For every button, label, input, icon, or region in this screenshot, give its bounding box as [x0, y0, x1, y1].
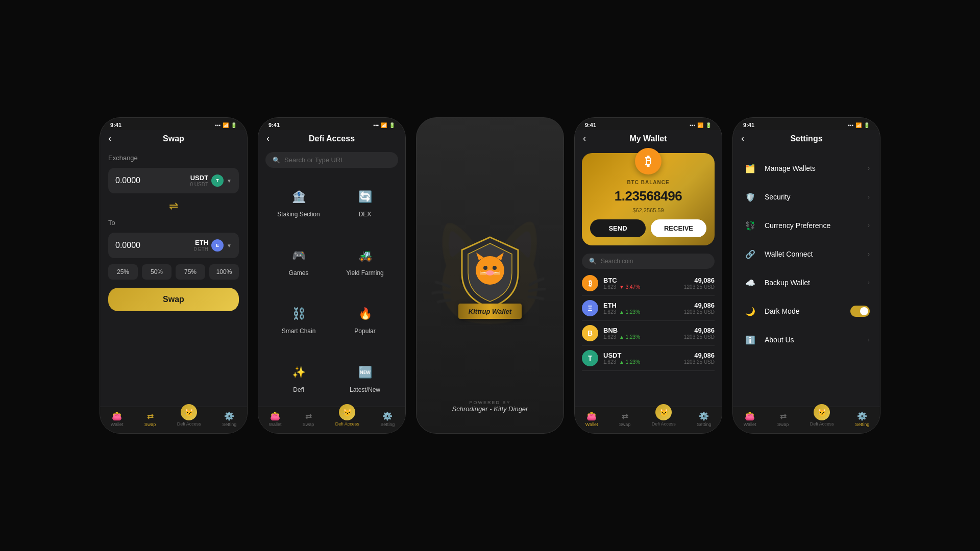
nav-center-defi[interactable]: 🐱 Defi Access	[335, 412, 359, 427]
about-us-label: About Us	[765, 336, 861, 344]
nav-swap-swap[interactable]: ⇄ Swap	[144, 411, 156, 427]
nav-setting-label-settings: Setting	[855, 422, 869, 427]
eth-token-icon: E	[211, 239, 224, 252]
dark-mode-toggle[interactable]	[850, 306, 870, 317]
settings-list: 🗂️ Manage Wallets › 🛡️ Security › 💱 Curr…	[733, 149, 880, 407]
defi-item-staking[interactable]: 🏦 Staking Section	[265, 173, 332, 232]
status-time-settings: 9:41	[743, 122, 754, 128]
nav-wallet-wallet[interactable]: 👛 Wallet	[585, 411, 598, 427]
back-button-wallet[interactable]: ‹	[583, 133, 586, 144]
to-input-box[interactable]: 0.0000 ETH 0 ETH E ▼	[108, 233, 239, 258]
back-button-defi[interactable]: ‹	[266, 133, 270, 144]
nav-wallet-swap[interactable]: 👛 Wallet	[111, 411, 124, 427]
new-label: Latest/New	[350, 386, 380, 393]
nav-setting-settings[interactable]: ⚙️ Setting	[855, 411, 869, 427]
nav-wallet-settings[interactable]: 👛 Wallet	[744, 411, 756, 427]
nav-center-wallet[interactable]: 🐱 Defi Access	[652, 412, 676, 427]
bnb-usd: 1203.25 USD	[684, 334, 715, 340]
pct-50-btn[interactable]: 50%	[142, 264, 172, 280]
wifi-icon-settings: 📶	[855, 122, 862, 128]
nav-setting-swap[interactable]: ⚙️ Setting	[222, 411, 236, 427]
defi-search-bar[interactable]: 🔍 Search or Type URL	[265, 152, 398, 168]
settings-security[interactable]: 🛡️ Security ›	[733, 183, 880, 211]
nav-swap-defi[interactable]: ⇄ Swap	[303, 411, 314, 427]
eth-icon: Ξ	[582, 300, 598, 316]
btc-circle-icon: ₿	[635, 148, 662, 174]
yield-icon: 🚜	[354, 245, 376, 266]
nav-swap-label-settings: Swap	[777, 422, 789, 427]
settings-backup-wallet[interactable]: ☁️ Backup Wallet ›	[733, 268, 880, 297]
signal-icon-wallet: ▪▪▪	[690, 122, 695, 128]
receive-button[interactable]: RECEIVE	[651, 219, 706, 237]
coin-item-eth[interactable]: Ξ ETH 1.623 ▲ 1.23% 49,086 1203.25 USD	[582, 296, 715, 321]
from-token[interactable]: USDT 0 USDT T ▼	[190, 174, 232, 187]
balance-usd: $62,2565.59	[632, 207, 664, 213]
defi-item-smartchain[interactable]: ⛓️ Smart Chain	[265, 290, 332, 348]
center-avatar-swap: 🐱	[181, 404, 197, 420]
search-icon-defi: 🔍	[273, 157, 280, 164]
nav-setting-defi[interactable]: ⚙️ Setting	[380, 411, 395, 427]
nav-wallet-defi[interactable]: 👛 Wallet	[269, 411, 282, 427]
defi-item-dex[interactable]: 🔄 DEX	[332, 173, 398, 232]
settings-about-us[interactable]: ℹ️ About Us ›	[733, 325, 880, 354]
status-icons-settings: ▪▪▪ 📶 🔋	[848, 122, 870, 128]
btc-name: BTC	[603, 277, 679, 284]
to-token[interactable]: ETH 0 ETH E ▼	[194, 239, 232, 252]
settings-wallet-connect[interactable]: 🔗 Wallet Connect ›	[733, 240, 880, 268]
swap-nav-icon: ⇄	[147, 411, 154, 421]
popular-icon: 🔥	[354, 303, 376, 324]
defi-item-yield[interactable]: 🚜 Yield Farming	[332, 232, 398, 290]
coin-item-usdt[interactable]: T USDT 1.623 ▲ 1.23% 49,086 1203.25 USD	[582, 346, 715, 371]
wallet-card: ₿ BTC BALANCE 1.23568496 $62,2565.59 SEN…	[582, 153, 715, 245]
defi-item-new[interactable]: 🆕 Latest/New	[332, 348, 398, 407]
nav-swap-wallet[interactable]: ⇄ Swap	[619, 411, 631, 427]
smartchain-icon: ⛓️	[288, 303, 309, 324]
wallet-nav-icon-defi: 👛	[270, 411, 280, 421]
settings-currency[interactable]: 💱 Currency Preference ›	[733, 211, 880, 240]
settings-manage-wallets[interactable]: 🗂️ Manage Wallets ›	[733, 154, 880, 183]
nav-setting-wallet[interactable]: ⚙️ Setting	[697, 411, 711, 427]
signal-icon-defi: ▪▪▪	[373, 122, 379, 128]
pct-75-btn[interactable]: 75%	[176, 264, 205, 280]
coin-search-bar[interactable]: 🔍 Search coin	[582, 254, 715, 269]
back-button-settings[interactable]: ‹	[741, 133, 744, 144]
bnb-icon: B	[582, 325, 598, 341]
battery-icon: 🔋	[231, 122, 237, 128]
nav-setting-label-defi: Setting	[380, 422, 395, 427]
usdt-name: USDT	[603, 352, 679, 359]
coin-item-btc[interactable]: ₿ BTC 1.623 ▼ 3.47% 49,086 1203.25 USD	[582, 271, 715, 296]
swap-nav-header: ‹ Swap	[100, 130, 247, 149]
yield-label: Yield Farming	[346, 269, 384, 277]
usdt-usd: 1203.25 USD	[684, 359, 715, 365]
send-button[interactable]: SEND	[590, 219, 646, 237]
pct-25-btn[interactable]: 25%	[108, 264, 138, 280]
eth-price: 1.623	[603, 309, 616, 315]
swap-nav-icon-wallet: ⇄	[622, 411, 628, 421]
wallet-nav-icon: 👛	[112, 411, 122, 421]
coin-item-bnb[interactable]: B BNB 1.623 ▲ 1.23% 49,086 1203.25 USD	[582, 321, 715, 346]
settings-dark-mode[interactable]: 🌙 Dark Mode	[733, 297, 880, 325]
eth-values: 49,086 1203.25 USD	[684, 302, 715, 315]
defi-grid: 🏦 Staking Section 🔄 DEX 🎮 Games 🚜 Y	[258, 173, 405, 407]
from-input-box[interactable]: 0.0000 USDT 0 USDT T ▼	[108, 168, 239, 193]
swap-screen: 9:41 ▪▪▪ 📶 🔋 ‹ Swap Exchange	[100, 117, 248, 434]
pct-100-btn[interactable]: 100%	[209, 264, 239, 280]
nav-center-settings[interactable]: 🐱 Defi Access	[810, 412, 834, 427]
defi-item-popular[interactable]: 🔥 Popular	[332, 290, 398, 348]
nav-defi-label: Defi Access	[335, 421, 359, 427]
bnb-values: 49,086 1203.25 USD	[684, 327, 715, 340]
back-button-swap[interactable]: ‹	[108, 133, 111, 144]
setting-nav-icon-settings: ⚙️	[857, 411, 867, 421]
defi-item-games[interactable]: 🎮 Games	[265, 232, 332, 290]
to-amount: 0.0000	[115, 241, 140, 250]
currency-chevron-icon: ›	[868, 222, 870, 229]
status-icons-wallet: ▪▪▪ 📶 🔋	[690, 122, 712, 128]
defi-item-defi[interactable]: ✨ Defi	[265, 348, 332, 407]
bnb-name: BNB	[603, 327, 679, 334]
bnb-info: BNB 1.623 ▲ 1.23%	[603, 327, 679, 340]
eth-info: ETH 1.623 ▲ 1.23%	[603, 302, 679, 315]
nav-center-swap[interactable]: 🐱 Defi Access	[177, 412, 201, 427]
nav-swap-settings[interactable]: ⇄ Swap	[777, 411, 789, 427]
shield-svg	[457, 232, 523, 309]
swap-action-button[interactable]: Swap	[108, 288, 239, 311]
